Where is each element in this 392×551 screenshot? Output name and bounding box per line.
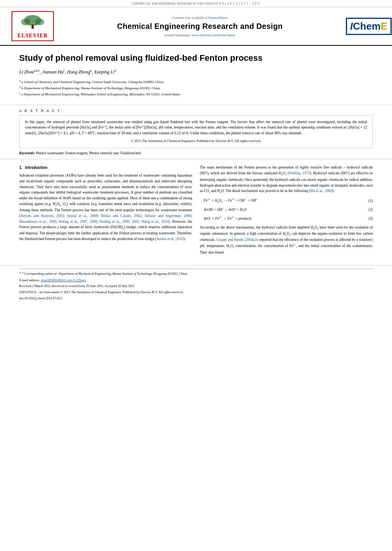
svg-point-3: [21, 18, 30, 25]
body-section: 1. Introduction Advanced oxidation proce…: [0, 159, 392, 265]
ichem-e-letter: E: [380, 20, 387, 32]
keywords-text: Phenol wastewater; Fenton reagent; Pheno…: [36, 151, 141, 155]
sciencedirect-link[interactable]: ScienceDirect: [208, 16, 228, 20]
ref-gogate[interactable]: Gogate and Pandit (2004a,b): [216, 238, 258, 242]
ref-anotai[interactable]: Anotai et al., 2009: [67, 214, 98, 218]
footer-section: * * Corresponding author at: Department …: [0, 265, 392, 305]
section1-title: Introduction: [25, 165, 47, 170]
doi-line: doi:10.1016/j.cherd.2011.07.015: [19, 296, 373, 301]
ref-anotai2010[interactable]: Anotai et al., 2010: [156, 237, 183, 241]
affil-b: b b Department of Mechanical Engineering…: [19, 85, 373, 91]
right-para2: According to the above mechanisms, the h…: [200, 225, 373, 255]
ref-masomboon[interactable]: Masomboon et al., 2009: [19, 220, 56, 224]
right-column: The main mechanism of the Fenton process…: [200, 165, 373, 258]
svg-rect-2: [32, 24, 34, 29]
equation-2: ArOH + OH• → ArO• + H2O (2): [200, 207, 373, 213]
svg-point-4: [35, 18, 44, 25]
section1-heading: 1. Introduction: [19, 165, 192, 171]
email-label: E-mail address:: [19, 278, 40, 282]
affiliations: a a School of Chemistry and Chemical Eng…: [19, 79, 373, 98]
journal-citation: CHEMICAL ENGINEERING RESEARCH AND DESIGN…: [132, 2, 259, 5]
abstract-section: A B S T R A C T In this paper, the remov…: [0, 105, 392, 159]
article-title-section: Study of phenol removal using fluidized-…: [0, 46, 392, 105]
equations-section: Fe2+ + H2O2 → Fe3+ + OH− + OH• (1) ArOH …: [200, 197, 373, 222]
abstract-text: In this paper, the removal of phenol fro…: [25, 119, 367, 136]
ichem-chem-text: Chem: [353, 20, 380, 32]
affil-c: c c Department of Mechanical Engineering…: [19, 91, 373, 97]
elsevier-tree-icon: [17, 13, 48, 33]
abstract-title: A B S T R A C T: [19, 109, 373, 113]
left-column: 1. Introduction Advanced oxidation proce…: [19, 165, 192, 258]
section1-number: 1.: [19, 165, 22, 170]
ichem-logo-box: IChemE: [346, 18, 392, 35]
elsevier-name: ELSEVIER: [15, 33, 51, 39]
ref-huling[interactable]: Huling et al., 2007, 2008: [59, 220, 97, 224]
eq1-number: (1): [361, 198, 373, 204]
eq2-number: (2): [361, 207, 373, 213]
sciencedirect-link-text: Contents lists available at ScienceDirec…: [61, 16, 338, 20]
issn-line: 0263-8762/$ – see front matter © 2011 Th…: [19, 290, 373, 295]
elsevier-logo-box: ELSEVIER: [12, 11, 54, 41]
ref-ma[interactable]: Ma et al., 2009: [310, 189, 332, 193]
eq3-formula: ArO• + Fe3+ → Fe2+ + products: [200, 215, 361, 222]
footnotes-area: * * Corresponding author at: Department …: [19, 269, 373, 301]
journal-homepage: journal homepage: www.elsevier.com/locat…: [61, 33, 338, 37]
page: CHEMICAL ENGINEERING RESEARCH AND DESIGN…: [0, 0, 392, 551]
intro-para1: Advanced oxidation processes (AOPs) have…: [19, 173, 192, 242]
ref-brillas[interactable]: Brillas and Casado, 2002: [101, 214, 141, 218]
journal-homepage-link[interactable]: www.elsevier.com/locate/cherd: [191, 33, 235, 37]
journal-header-bar: CHEMICAL ENGINEERING RESEARCH AND DESIGN…: [0, 0, 392, 7]
corresponding-author-note: * * Corresponding author at: Department …: [19, 271, 373, 277]
ref-wang[interactable]: Wang et al., 2010: [141, 220, 169, 224]
elsevier-logo: ELSEVIER: [12, 11, 54, 41]
keywords-line: Keywords: Phenol wastewater; Fenton reag…: [19, 151, 373, 155]
eq1-formula: Fe2+ + H2O2 → Fe3+ + OH− + OH•: [200, 197, 361, 204]
equation-1: Fe2+ + H2O2 → Fe3+ + OH− + OH• (1): [200, 197, 373, 204]
received-line: Received 2 March 2011; Received in revis…: [19, 284, 373, 289]
article-title: Study of phenol removal using fluidized-…: [19, 53, 373, 64]
ref-huiling[interactable]: Huiling et al., 2000, 2001: [100, 220, 139, 224]
two-column-layout: 1. Introduction Advanced oxidation proce…: [19, 165, 373, 258]
ref-neyens[interactable]: Neyens and Baeyens, 2003: [20, 214, 64, 218]
ref-walling[interactable]: Walling, 1973: [289, 172, 310, 175]
journal-title: Chemical Engineering Research and Design: [61, 22, 338, 31]
abstract-box: In this paper, the removal of phenol fro…: [19, 115, 373, 148]
affil-a: a a School of Chemistry and Chemical Eng…: [19, 79, 373, 85]
eq3-number: (3): [361, 216, 373, 222]
journal-info: Contents lists available at ScienceDirec…: [54, 16, 346, 37]
corresponding-address: Department of Mechanical Engineering, Hu…: [58, 272, 188, 276]
ref-alnaizy[interactable]: Alnaizy and Akgerman, 2000: [145, 214, 191, 218]
copyright-line: © 2011 The Institution of Chemical Engin…: [25, 139, 367, 144]
right-para1: The main mechanism of the Fenton process…: [200, 165, 373, 195]
email-line: E-mail address: zhouli9508108163.com (Li…: [19, 278, 373, 283]
corresponding-label: * Corresponding author at:: [22, 272, 58, 276]
journal-header: ELSEVIER Contents lists available at Sci…: [0, 7, 392, 46]
keywords-label: Keywords:: [19, 151, 35, 155]
eq2-formula: ArOH + OH• → ArO• + H2O: [200, 207, 361, 213]
email-link[interactable]: zhouli9508108163.com (Li Zhou).: [41, 278, 86, 282]
ichem-logo-container: IChemE: [346, 18, 380, 35]
equation-3: ArO• + Fe3+ → Fe2+ + products (3): [200, 215, 373, 222]
authors-line: Li Zhoua,b,e, Jianxun Huc, Hong Zhonga, …: [19, 68, 373, 76]
